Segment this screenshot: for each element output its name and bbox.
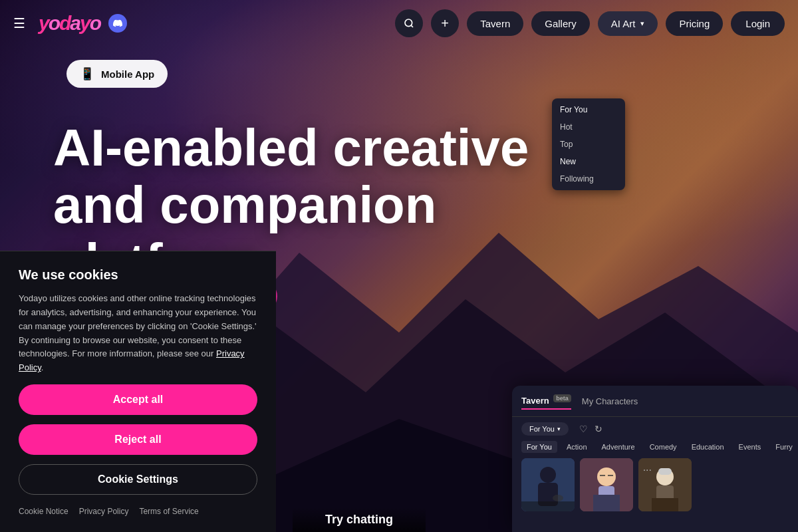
tab-tavern[interactable]: Tavern beta bbox=[521, 392, 571, 410]
character-cards bbox=[512, 453, 798, 517]
category-tags: For You Action Adventure Comedy Educatio… bbox=[512, 441, 798, 453]
try-chatting-label[interactable]: Try chatting bbox=[293, 507, 426, 532]
filter-row: For You ▾ ♡ ↻ bbox=[512, 417, 798, 441]
hamburger-icon[interactable]: ☰ bbox=[13, 15, 25, 31]
svg-rect-24 bbox=[652, 498, 678, 511]
filter-chevron-icon: ▾ bbox=[557, 426, 561, 432]
svg-point-13 bbox=[553, 495, 563, 501]
svg-rect-22 bbox=[658, 468, 672, 475]
search-button[interactable] bbox=[395, 9, 423, 37]
privacy-policy-footer-link[interactable]: Privacy Policy bbox=[79, 507, 129, 516]
character-card-1[interactable] bbox=[521, 458, 575, 511]
filter-icons: ♡ ↻ bbox=[579, 424, 602, 434]
svg-point-7 bbox=[405, 19, 412, 27]
app-preview: Tavern beta My Characters For You ▾ ♡ ↻ … bbox=[512, 386, 798, 532]
tag-action[interactable]: Action bbox=[561, 441, 593, 453]
tavern-nav-button[interactable]: Tavern bbox=[467, 11, 523, 36]
cookie-title: We use cookies bbox=[19, 267, 257, 283]
dropdown-hot[interactable]: Hot bbox=[552, 118, 625, 136]
logo[interactable]: yodayo bbox=[39, 12, 100, 35]
refresh-icon[interactable]: ↻ bbox=[595, 424, 602, 434]
pricing-nav-button[interactable]: Pricing bbox=[666, 11, 723, 36]
for-you-dropdown: For You Hot Top New Following bbox=[552, 98, 625, 190]
dropdown-for-you[interactable]: For You bbox=[552, 101, 625, 118]
dropdown-new[interactable]: New bbox=[552, 153, 625, 170]
login-button[interactable]: Login bbox=[731, 11, 785, 36]
app-preview-header: Tavern beta My Characters bbox=[512, 386, 798, 417]
tag-for-you[interactable]: For You bbox=[521, 441, 557, 453]
cookie-settings-button[interactable]: Cookie Settings bbox=[19, 464, 257, 495]
tab-my-characters[interactable]: My Characters bbox=[582, 394, 638, 409]
svg-point-10 bbox=[540, 467, 556, 483]
tag-furry[interactable]: Furry bbox=[770, 441, 798, 453]
svg-rect-17 bbox=[593, 495, 620, 511]
tag-comedy[interactable]: Comedy bbox=[644, 441, 682, 453]
character-card-2[interactable] bbox=[580, 458, 633, 511]
cookie-footer: Cookie Notice Privacy Policy Terms of Se… bbox=[19, 504, 257, 516]
card-more-options[interactable]: ··· bbox=[643, 464, 652, 476]
ai-art-chevron-icon: ▾ bbox=[640, 19, 644, 28]
tag-education[interactable]: Education bbox=[686, 441, 730, 453]
gallery-nav-button[interactable]: Gallery bbox=[531, 11, 590, 36]
svg-line-8 bbox=[411, 25, 413, 27]
cookie-body: Yodayo utilizes cookies and other online… bbox=[19, 292, 257, 375]
svg-rect-12 bbox=[521, 501, 575, 511]
discord-icon[interactable] bbox=[108, 14, 127, 33]
phone-icon: 📱 bbox=[80, 66, 94, 81]
for-you-filter[interactable]: For You ▾ bbox=[521, 422, 569, 436]
reject-all-button[interactable]: Reject all bbox=[19, 424, 257, 455]
create-button[interactable]: + bbox=[431, 9, 459, 37]
accept-all-button[interactable]: Accept all bbox=[19, 384, 257, 415]
ai-art-nav-button[interactable]: AI Art ▾ bbox=[598, 11, 658, 36]
navbar: ☰ yodayo + Tavern Gallery AI Art ▾ Prici… bbox=[0, 0, 798, 47]
tag-events[interactable]: Events bbox=[733, 441, 767, 453]
terms-of-service-link[interactable]: Terms of Service bbox=[139, 507, 198, 516]
heart-icon[interactable]: ♡ bbox=[579, 424, 588, 434]
dropdown-top[interactable]: Top bbox=[552, 136, 625, 153]
privacy-policy-link[interactable]: Privacy Policy bbox=[19, 348, 245, 372]
tag-adventure[interactable]: Adventure bbox=[597, 441, 640, 453]
svg-point-15 bbox=[597, 467, 616, 486]
mobile-app-badge[interactable]: 📱 Mobile App bbox=[66, 60, 168, 88]
cookie-notice-link[interactable]: Cookie Notice bbox=[19, 507, 68, 516]
cookie-banner: We use cookies Yodayo utilizes cookies a… bbox=[0, 251, 276, 532]
dropdown-following[interactable]: Following bbox=[552, 170, 625, 188]
